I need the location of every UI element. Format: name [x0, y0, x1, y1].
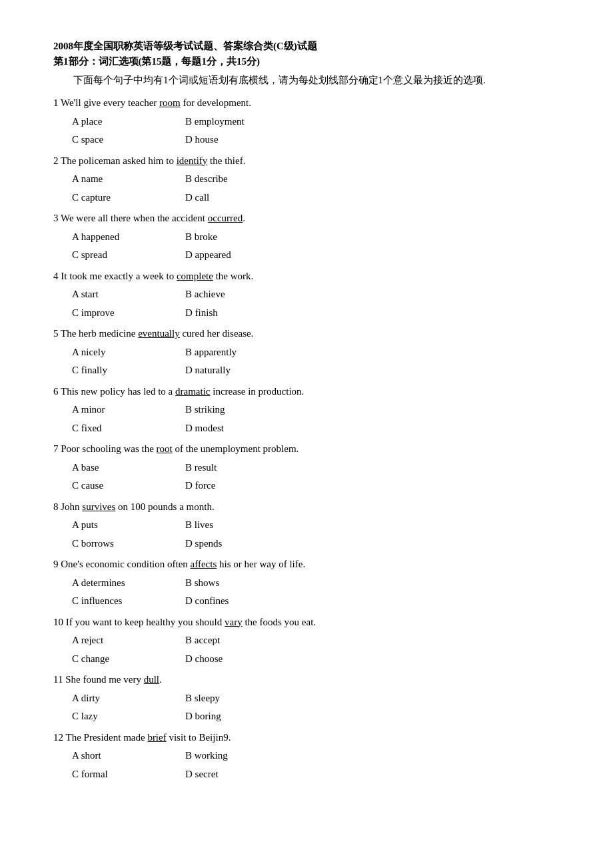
option-D: D naturally [185, 362, 292, 379]
options-row-7-0: A baseB result [72, 459, 560, 477]
option-C: C finally [72, 362, 179, 379]
option-A: A dirty [72, 690, 179, 707]
question-number: 2 [53, 155, 61, 166]
question-block-2: 2 The policeman asked him to identify th… [53, 153, 560, 207]
option-D: D boring [185, 708, 292, 725]
main-title: 2008年度全国职称英语等级考试试题、答案综合类(C级)试题 [53, 40, 560, 53]
question-block-6: 6 This new policy has led to a dramatic … [53, 383, 560, 437]
option-A: A happened [72, 229, 179, 246]
question-block-1: 1 We'll give every teacher room for deve… [53, 95, 560, 149]
underlined-word: dull [144, 674, 159, 685]
question-number: 6 [53, 386, 61, 397]
question-block-3: 3 We were all there when the accident oc… [53, 210, 560, 264]
options-row-3-0: A happenedB broke [72, 229, 560, 246]
options-row-11-1: C lazyD boring [72, 708, 560, 725]
option-D: D force [185, 477, 292, 495]
options-row-5-1: C finallyD naturally [72, 362, 560, 379]
option-D: D modest [185, 420, 292, 437]
question-number: 11 [53, 674, 65, 685]
option-A: A reject [72, 632, 179, 649]
options-row-6-0: A minorB striking [72, 401, 560, 419]
option-D: D appeared [185, 247, 292, 264]
option-D: D spends [185, 535, 292, 553]
option-D: D call [185, 189, 292, 207]
options-row-1-0: A placeB employment [72, 113, 560, 131]
question-block-7: 7 Poor schooling was the root of the une… [53, 441, 560, 495]
question-block-11: 11 She found me very dull.A dirtyB sleep… [53, 671, 560, 725]
options-row-12-1: C formalD secret [72, 766, 560, 783]
questions-container: 1 We'll give every teacher room for deve… [53, 95, 560, 783]
option-C: C lazy [72, 708, 179, 725]
question-text-5: 5 The herb medicine eventually cured her… [53, 325, 560, 343]
option-B: B broke [185, 229, 292, 246]
question-text-3: 3 We were all there when the accident oc… [53, 210, 560, 227]
option-D: D house [185, 131, 292, 149]
option-A: A short [72, 747, 179, 765]
option-C: C improve [72, 305, 179, 322]
question-number: 9 [53, 559, 61, 569]
option-A: A puts [72, 517, 179, 534]
question-block-5: 5 The herb medicine eventually cured her… [53, 325, 560, 379]
option-A: A start [72, 286, 179, 303]
question-text-12: 12 The President made brief visit to Bei… [53, 729, 560, 747]
option-B: B striking [185, 401, 292, 419]
question-block-12: 12 The President made brief visit to Bei… [53, 729, 560, 783]
underlined-word: affects [191, 559, 217, 569]
option-A: A minor [72, 401, 179, 419]
option-B: B result [185, 459, 292, 477]
options-row-6-1: C fixedD modest [72, 420, 560, 437]
option-C: C spread [72, 247, 179, 264]
options-row-4-1: C improveD finish [72, 305, 560, 322]
option-D: D choose [185, 651, 292, 668]
option-D: D secret [185, 766, 292, 783]
options-row-8-1: C borrowsD spends [72, 535, 560, 553]
options-row-10-0: A rejectB accept [72, 632, 560, 649]
question-number: 12 [53, 732, 65, 743]
question-number: 8 [53, 501, 61, 512]
options-row-10-1: C changeD choose [72, 651, 560, 668]
underlined-word: complete [177, 271, 213, 281]
question-text-7: 7 Poor schooling was the root of the une… [53, 441, 560, 458]
option-B: B accept [185, 632, 292, 649]
question-number: 7 [53, 443, 61, 454]
question-number: 1 [53, 97, 61, 108]
option-D: D finish [185, 305, 292, 322]
question-text-10: 10 If you want to keep healthy you shoul… [53, 614, 560, 631]
underlined-word: eventually [138, 328, 179, 339]
page-content: 2008年度全国职称英语等级考试试题、答案综合类(C级)试题 第1部分：词汇选项… [53, 40, 560, 783]
option-C: C formal [72, 766, 179, 783]
question-block-10: 10 If you want to keep healthy you shoul… [53, 614, 560, 668]
option-B: B achieve [185, 286, 292, 303]
question-block-4: 4 It took me exactly a week to complete … [53, 268, 560, 322]
question-text-6: 6 This new policy has led to a dramatic … [53, 383, 560, 401]
underlined-word: room [159, 97, 181, 108]
question-text-9: 9 One's economic condition often affects… [53, 556, 560, 573]
option-C: C influences [72, 593, 179, 610]
option-B: B lives [185, 517, 292, 534]
option-D: D confines [185, 593, 292, 610]
options-row-8-0: A putsB lives [72, 517, 560, 534]
options-row-12-0: A shortB working [72, 747, 560, 765]
options-row-1-1: C spaceD house [72, 131, 560, 149]
option-A: A nicely [72, 344, 179, 361]
intro-text: 下面每个句子中均有1个词或短语划有底横线，请为每处划线部分确定1个意义最为接近的… [53, 72, 560, 88]
options-row-2-0: A nameB describe [72, 171, 560, 188]
option-A: A determines [72, 575, 179, 592]
options-row-9-0: A determinesB shows [72, 575, 560, 592]
question-text-11: 11 She found me very dull. [53, 671, 560, 689]
question-block-9: 9 One's economic condition often affects… [53, 556, 560, 610]
option-C: C borrows [72, 535, 179, 553]
options-row-4-0: A startB achieve [72, 286, 560, 303]
options-row-11-0: A dirtyB sleepy [72, 690, 560, 707]
option-B: B employment [185, 113, 292, 131]
option-A: A name [72, 171, 179, 188]
option-B: B shows [185, 575, 292, 592]
question-number: 3 [53, 213, 61, 223]
underlined-word: dramatic [175, 386, 210, 397]
question-text-4: 4 It took me exactly a week to complete … [53, 268, 560, 285]
question-number: 10 [53, 617, 66, 627]
options-row-5-0: A nicelyB apparently [72, 344, 560, 361]
underlined-word: occurred [208, 213, 243, 223]
option-B: B working [185, 747, 292, 765]
underlined-word: brief [147, 732, 166, 743]
